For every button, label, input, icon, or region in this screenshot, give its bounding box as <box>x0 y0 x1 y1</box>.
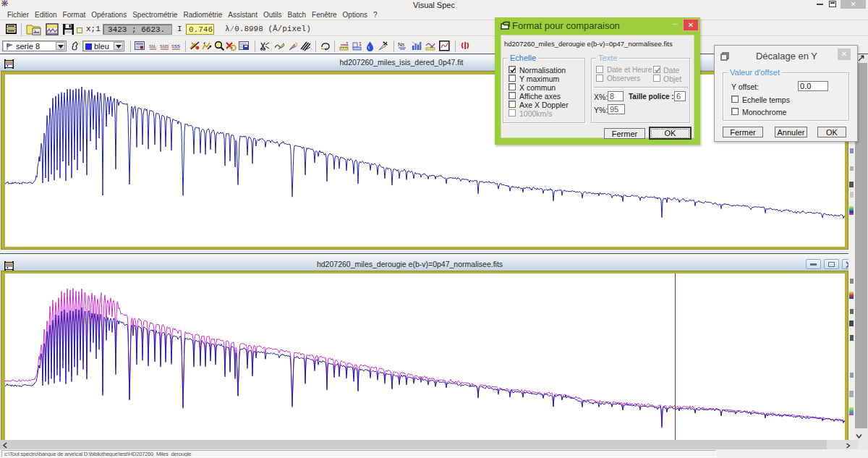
svg-text:sus: sus <box>160 43 169 49</box>
svg-text:N5: N5 <box>398 41 405 48</box>
svg-text:1: 1 <box>346 41 349 46</box>
svg-text:sss: sss <box>171 43 180 49</box>
svg-text:1: 1 <box>359 41 362 46</box>
svg-text:su.: su. <box>149 43 157 49</box>
